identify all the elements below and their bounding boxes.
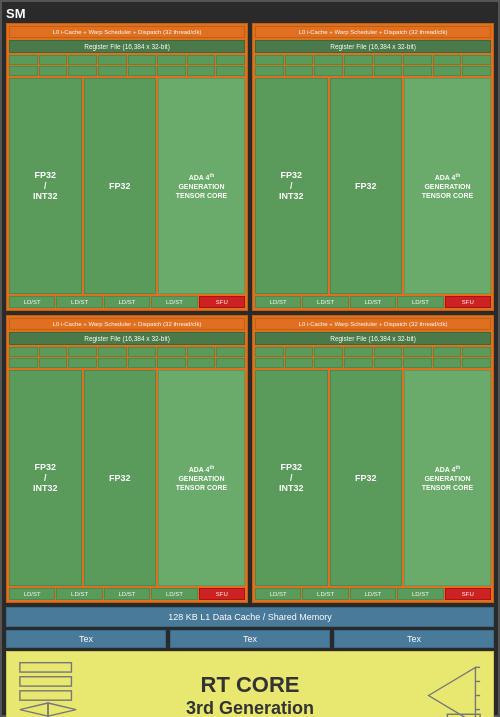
svg-marker-3: [20, 703, 48, 716]
reg-cell: [255, 55, 284, 65]
reg-cell: [255, 358, 284, 368]
fp32-label-3: FP32: [109, 473, 131, 484]
register-file-bar-3: Register File (16,384 x 32-bit): [9, 332, 245, 345]
fp32-block-1: FP32: [84, 78, 157, 294]
fp32-int32-label-4: FP32/INT32: [279, 462, 304, 494]
reg-cell: [344, 347, 373, 357]
reg-cell: [187, 66, 216, 76]
svg-rect-0: [20, 663, 72, 672]
reg-cell: [255, 347, 284, 357]
fp32-block-3: FP32: [84, 370, 157, 586]
register-grid-1: [9, 55, 245, 76]
reg-cell: [403, 358, 432, 368]
reg-cell: [314, 55, 343, 65]
sm-container: SM L0 i-Cache + Warp Scheduler + Dispatc…: [0, 0, 500, 717]
tex-block-3: Tex: [334, 630, 494, 648]
reg-cell: [433, 66, 462, 76]
quadrant-3: L0 i-Cache + Warp Scheduler + Dispatch (…: [6, 315, 248, 603]
reg-cell: [157, 66, 186, 76]
svg-rect-1: [20, 677, 72, 686]
rt-diagram-right: [417, 658, 487, 717]
reg-cell: [285, 347, 314, 357]
reg-cell: [98, 358, 127, 368]
reg-cell: [68, 55, 97, 65]
svg-marker-4: [48, 703, 76, 716]
sm-label: SM: [6, 6, 494, 21]
reg-cell: [462, 358, 491, 368]
reg-cell: [39, 55, 68, 65]
reg-cell: [9, 347, 38, 357]
ada-core-label-2: ADA 4thGENERATIONTENSOR CORE: [422, 172, 473, 201]
reg-cell: [128, 347, 157, 357]
ada-core-block-4: ADA 4thGENERATIONTENSOR CORE: [404, 370, 491, 586]
reg-cell: [187, 358, 216, 368]
register-file-bar-1: Register File (16,384 x 32-bit): [9, 40, 245, 53]
reg-cell: [374, 66, 403, 76]
reg-cell: [216, 55, 245, 65]
reg-cell: [216, 66, 245, 76]
ldst-unit-11: LD/ST: [104, 588, 150, 600]
svg-marker-5: [429, 667, 476, 717]
reg-cell: [9, 358, 38, 368]
reg-cell: [128, 55, 157, 65]
reg-cell: [128, 358, 157, 368]
l0-cache-bar-3: L0 i-Cache + Warp Scheduler + Dispatch (…: [9, 318, 245, 330]
reg-cell: [68, 347, 97, 357]
reg-cell: [462, 55, 491, 65]
l0-cache-bar-1: L0 i-Cache + Warp Scheduler + Dispatch (…: [9, 26, 245, 38]
sfu-unit-3: SFU: [199, 588, 245, 600]
l0-cache-bar-2: L0 i-Cache + Warp Scheduler + Dispatch (…: [255, 26, 491, 38]
reg-cell: [374, 358, 403, 368]
l0-cache-bar-4: L0 i-Cache + Warp Scheduler + Dispatch (…: [255, 318, 491, 330]
svg-rect-2: [20, 691, 72, 700]
ada-core-block-1: ADA 4thGENERATIONTENSOR CORE: [158, 78, 245, 294]
sfu-unit-1: SFU: [199, 296, 245, 308]
ldst-unit-4: LD/ST: [151, 296, 197, 308]
reg-cell: [216, 358, 245, 368]
ldst-unit-6: LD/ST: [302, 296, 348, 308]
fp32-int32-block-4: FP32/INT32: [255, 370, 328, 586]
reg-cell: [187, 347, 216, 357]
bottom-units-2: LD/ST LD/ST LD/ST LD/ST SFU: [255, 296, 491, 308]
fp32-int32-label-1: FP32/INT32: [33, 170, 58, 202]
fp32-label-4: FP32: [355, 473, 377, 484]
reg-cell: [68, 358, 97, 368]
ldst-unit-14: LD/ST: [302, 588, 348, 600]
quadrant-2: L0 i-Cache + Warp Scheduler + Dispatch (…: [252, 23, 494, 311]
fp32-int32-label-3: FP32/INT32: [33, 462, 58, 494]
ldst-unit-12: LD/ST: [151, 588, 197, 600]
fp32-int32-label-2: FP32/INT32: [279, 170, 304, 202]
bottom-section: 128 KB L1 Data Cache / Shared Memory Tex…: [6, 607, 494, 717]
tex-row: Tex Tex Tex: [6, 630, 494, 648]
reg-cell: [374, 55, 403, 65]
reg-cell: [403, 55, 432, 65]
tex-block-2: Tex: [170, 630, 330, 648]
fp32-int32-block-1: FP32/INT32: [9, 78, 82, 294]
reg-cell: [344, 66, 373, 76]
reg-cell: [285, 358, 314, 368]
ldst-unit-8: LD/ST: [397, 296, 443, 308]
sfu-unit-2: SFU: [445, 296, 491, 308]
quadrant-4: L0 i-Cache + Warp Scheduler + Dispatch (…: [252, 315, 494, 603]
reg-cell: [157, 55, 186, 65]
quadrants-grid: L0 i-Cache + Warp Scheduler + Dispatch (…: [6, 23, 494, 603]
rt-core-label: RT CORE 3rd Generation: [83, 672, 417, 717]
fp32-int32-block-2: FP32/INT32: [255, 78, 328, 294]
bottom-units-4: LD/ST LD/ST LD/ST LD/ST SFU: [255, 588, 491, 600]
cores-area-4: FP32/INT32 FP32 ADA 4thGENERATIONTENSOR …: [255, 370, 491, 586]
ada-core-block-3: ADA 4thGENERATIONTENSOR CORE: [158, 370, 245, 586]
ada-core-block-2: ADA 4thGENERATIONTENSOR CORE: [404, 78, 491, 294]
cores-area-1: FP32/INT32 FP32 ADA 4thGENERATIONTENSOR …: [9, 78, 245, 294]
reg-cell: [187, 55, 216, 65]
reg-cell: [314, 358, 343, 368]
ldst-unit-9: LD/ST: [9, 588, 55, 600]
reg-cell: [433, 347, 462, 357]
rt-core-generation: 3rd Generation: [83, 698, 417, 717]
ldst-unit-16: LD/ST: [397, 588, 443, 600]
ada-core-label-4: ADA 4thGENERATIONTENSOR CORE: [422, 464, 473, 493]
ldst-unit-5: LD/ST: [255, 296, 301, 308]
rt-core-title: RT CORE: [83, 672, 417, 698]
register-grid-2: [255, 55, 491, 76]
fp32-label-2: FP32: [355, 181, 377, 192]
reg-cell: [403, 66, 432, 76]
